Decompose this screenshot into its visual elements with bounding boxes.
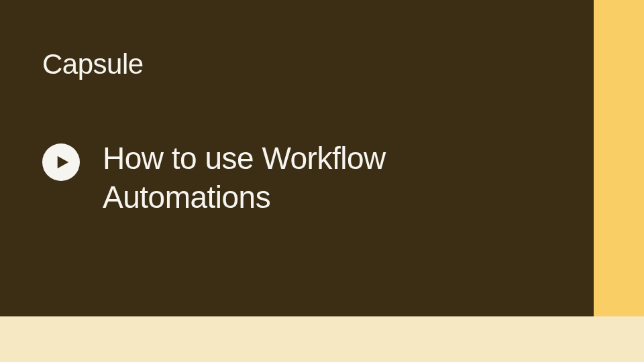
video-title-row: How to use Workflow Automations [42, 139, 505, 217]
brand-logo-text: Capsule [42, 48, 144, 80]
play-icon [55, 155, 70, 170]
bottom-accent-band [0, 316, 644, 362]
video-thumbnail-panel[interactable]: Capsule How to use Workflow Automations [0, 0, 594, 316]
play-button[interactable] [42, 143, 80, 181]
video-title: How to use Workflow Automations [103, 139, 505, 217]
